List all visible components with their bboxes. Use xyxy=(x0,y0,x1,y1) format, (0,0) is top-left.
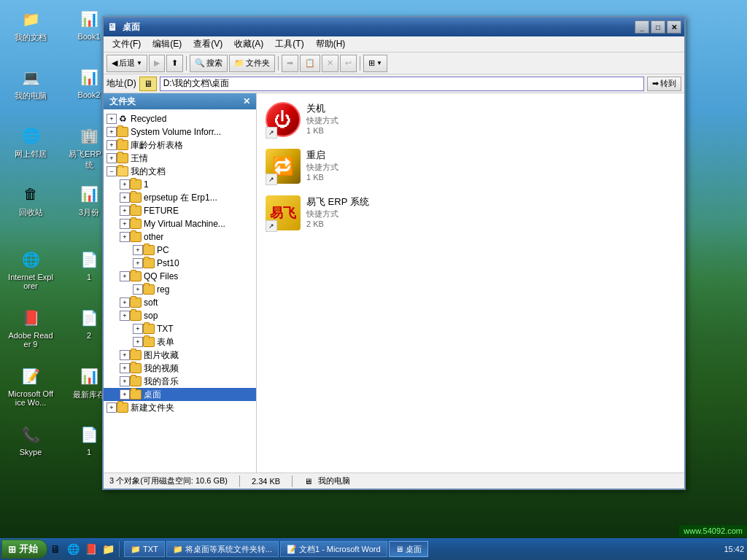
expand-icon[interactable]: + xyxy=(120,271,130,281)
tree-item[interactable]: + PC xyxy=(104,244,256,257)
show-desktop-btn[interactable]: 🖥 xyxy=(47,541,63,557)
up-button[interactable]: ⬆ xyxy=(166,55,183,72)
expand-icon[interactable]: + xyxy=(120,363,130,373)
tree-item[interactable]: + Pst10 xyxy=(104,257,256,270)
status-count: 3 个对象(可用磁盘空间: 10.6 GB) xyxy=(109,475,228,486)
delete-button[interactable]: ✕ xyxy=(322,55,338,72)
menu-tools[interactable]: 工具(T) xyxy=(269,36,309,52)
file-item[interactable]: 🔁 ↗ 重启 快捷方式 1 KB xyxy=(263,146,678,187)
file-item[interactable]: ⏻ ↗ 关机 快捷方式 1 KB xyxy=(263,99,678,140)
expand-icon[interactable]: + xyxy=(107,114,117,124)
undo-button[interactable]: ↩ xyxy=(340,55,357,72)
expand-icon[interactable]: + xyxy=(120,219,130,229)
desktop-icon-skype[interactable]: 📞 Skype xyxy=(7,423,54,456)
expand-icon[interactable]: + xyxy=(133,258,143,268)
tree-item[interactable]: + 表单 xyxy=(104,335,256,349)
taskbar-item[interactable]: 📝 文档1 - Microsoft Word xyxy=(280,541,387,557)
expand-icon[interactable]: + xyxy=(120,206,130,216)
tree-item[interactable]: − 我的文档 xyxy=(104,165,256,178)
tree-item[interactable]: + soft xyxy=(104,296,256,309)
expand-icon[interactable]: + xyxy=(120,232,130,242)
expand-icon[interactable]: + xyxy=(120,311,130,321)
tree-item[interactable]: + QQ Files xyxy=(104,270,256,283)
tree-item[interactable]: + 我的音乐 xyxy=(104,375,256,388)
expand-icon[interactable]: + xyxy=(133,324,143,334)
tree-item[interactable]: + My Virtual Machine... xyxy=(104,217,256,230)
taskbar-item[interactable]: 📁 TXT xyxy=(124,541,165,557)
tree-item[interactable]: + System Volume Inforr... xyxy=(104,125,256,139)
desktop-icon-label-file1: 1 xyxy=(87,273,91,281)
desktop-icon-label-online-store: 网上邻居 xyxy=(15,149,47,160)
menu-edit[interactable]: 编辑(E) xyxy=(147,36,187,52)
expand-icon[interactable]: + xyxy=(120,192,130,203)
folder-icon xyxy=(130,363,142,373)
file-name: 关机 xyxy=(306,102,338,115)
tree-item[interactable]: + 桌面 xyxy=(104,388,256,401)
file-info: 关机 快捷方式 1 KB xyxy=(306,102,338,135)
tree-item[interactable]: + erpsetup 在 Erp1... xyxy=(104,191,256,204)
expand-icon[interactable]: + xyxy=(133,337,143,347)
ie-quicklaunch-btn[interactable]: 🌐 xyxy=(65,541,81,557)
desktop-icon-word[interactable]: 📝 Microsoft Office Wo... xyxy=(7,365,54,407)
tree-item[interactable]: + other xyxy=(104,230,256,244)
maximize-button[interactable]: □ xyxy=(651,20,665,34)
taskbar-item[interactable]: 🖥 桌面 xyxy=(389,541,428,557)
menu-file[interactable]: 文件(F) xyxy=(107,36,147,52)
tree-item[interactable]: + 我的视频 xyxy=(104,362,256,375)
copy-button[interactable]: 📋 xyxy=(300,55,320,72)
expand-icon[interactable]: − xyxy=(107,166,117,176)
tree-item[interactable]: + reg xyxy=(104,283,256,296)
desktop-icon-adobe[interactable]: 📕 Adobe Reader 9 xyxy=(7,306,54,349)
expand-icon[interactable]: + xyxy=(120,179,130,190)
desktop-icon-online-store[interactable]: 🌐 网上邻居 xyxy=(7,124,54,160)
views-button[interactable]: ⊞ ▼ xyxy=(363,55,387,72)
pdf-quicklaunch-btn[interactable]: 📕 xyxy=(82,541,98,557)
desktop-icon-img-book1: 📊 xyxy=(77,7,101,31)
back-dropdown-icon: ▼ xyxy=(136,60,142,66)
tree-item[interactable]: + 新建文件夹 xyxy=(104,401,256,414)
tree-item-label: 桌面 xyxy=(144,389,161,401)
tree-item[interactable]: + 图片收藏 xyxy=(104,349,256,362)
folder-quicklaunch-btn[interactable]: 📁 xyxy=(100,541,116,557)
tree-item[interactable]: + 王情 xyxy=(104,152,256,165)
expand-icon[interactable]: + xyxy=(120,350,130,360)
start-button[interactable]: ⊞ 开始 xyxy=(1,540,47,559)
menu-favorites[interactable]: 收藏(A) xyxy=(228,36,269,52)
close-button[interactable]: ✕ xyxy=(667,20,681,34)
desktop-icon-my-docs[interactable]: 📁 我的文档 xyxy=(7,7,54,43)
tree-item[interactable]: + sop xyxy=(104,309,256,322)
folders-button[interactable]: 📁 文件夹 xyxy=(229,55,275,72)
tree-item-label: 庫齡分析表格 xyxy=(131,139,183,152)
desktop-icon-recycle-bin[interactable]: 🗑 回收站 xyxy=(7,182,54,218)
tree-item[interactable]: + ♻ Recycled xyxy=(104,112,256,125)
minimize-button[interactable]: _ xyxy=(635,20,649,34)
folder-panel-close[interactable]: ✕ xyxy=(243,96,250,106)
address-input[interactable] xyxy=(160,77,644,91)
expand-icon[interactable]: + xyxy=(120,389,130,400)
expand-icon[interactable]: + xyxy=(107,140,117,150)
folder-tree[interactable]: + ♻ Recycled + System Volume Inforr... +… xyxy=(104,109,256,472)
menu-view[interactable]: 查看(V) xyxy=(187,36,228,52)
search-button[interactable]: 🔍 搜索 xyxy=(190,55,228,72)
desktop-icon-ie[interactable]: 🌐 Internet Explorer xyxy=(7,248,54,290)
taskbar-item[interactable]: 📁 将桌面等系统文件夹转... xyxy=(166,541,279,557)
expand-icon[interactable]: + xyxy=(107,153,117,163)
desktop-icon-my-computer[interactable]: 💻 我的电脑 xyxy=(7,66,54,101)
tree-item[interactable]: + 1 xyxy=(104,178,256,191)
expand-icon[interactable]: + xyxy=(133,245,143,255)
expand-icon[interactable]: + xyxy=(133,284,143,295)
tree-item[interactable]: + TXT xyxy=(104,322,256,335)
tree-item[interactable]: + FETURE xyxy=(104,204,256,217)
file-item[interactable]: 易飞 ↗ 易飞 ERP 系统 快捷方式 2 KB xyxy=(263,192,678,233)
expand-icon[interactable]: + xyxy=(120,376,130,386)
expand-icon[interactable]: + xyxy=(107,402,117,413)
move-button[interactable]: ➡ xyxy=(282,55,298,72)
go-button[interactable]: ➡ 转到 xyxy=(647,77,681,91)
expand-icon[interactable]: + xyxy=(120,298,130,308)
expand-icon[interactable]: + xyxy=(107,127,117,137)
file-type: 快捷方式 xyxy=(306,162,338,173)
back-button[interactable]: ◀ 后退 ▼ xyxy=(107,55,147,72)
menu-help[interactable]: 帮助(H) xyxy=(310,36,352,52)
forward-button[interactable]: ▶ xyxy=(149,55,165,72)
tree-item[interactable]: + 庫齡分析表格 xyxy=(104,139,256,152)
